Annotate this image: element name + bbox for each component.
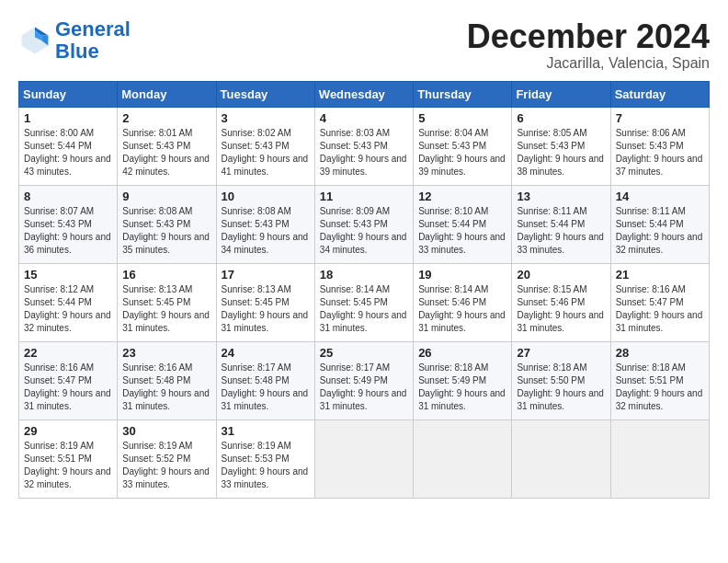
cell-content: Sunrise: 8:14 AM Sunset: 5:45 PM Dayligh… <box>320 283 408 335</box>
cell-content: Sunrise: 8:15 AM Sunset: 5:46 PM Dayligh… <box>517 283 605 335</box>
header-row: SundayMondayTuesdayWednesdayThursdayFrid… <box>19 81 710 107</box>
cell-content: Sunrise: 8:11 AM Sunset: 5:44 PM Dayligh… <box>517 205 605 257</box>
cell-content: Sunrise: 8:10 AM Sunset: 5:44 PM Dayligh… <box>418 205 506 257</box>
day-number: 6 <box>517 111 605 125</box>
day-header-friday: Friday <box>512 81 610 107</box>
cell-content: Sunrise: 8:12 AM Sunset: 5:44 PM Dayligh… <box>24 283 112 335</box>
day-number: 7 <box>616 111 704 125</box>
day-number: 16 <box>122 268 210 282</box>
calendar-cell: 24 Sunrise: 8:17 AM Sunset: 5:48 PM Dayl… <box>216 341 314 419</box>
calendar-cell: 19 Sunrise: 8:14 AM Sunset: 5:46 PM Dayl… <box>414 263 512 341</box>
location-title: Jacarilla, Valencia, Spain <box>467 55 710 72</box>
cell-content: Sunrise: 8:07 AM Sunset: 5:43 PM Dayligh… <box>24 205 112 257</box>
day-header-sunday: Sunday <box>19 81 118 107</box>
cell-content: Sunrise: 8:08 AM Sunset: 5:43 PM Dayligh… <box>222 205 310 257</box>
cell-content: Sunrise: 8:16 AM Sunset: 5:48 PM Dayligh… <box>122 362 210 413</box>
day-number: 21 <box>616 268 704 282</box>
calendar-cell: 28 Sunrise: 8:18 AM Sunset: 5:51 PM Dayl… <box>610 341 709 419</box>
calendar-cell: 23 Sunrise: 8:16 AM Sunset: 5:48 PM Dayl… <box>118 341 216 419</box>
cell-content: Sunrise: 8:19 AM Sunset: 5:52 PM Dayligh… <box>122 440 210 491</box>
cell-content: Sunrise: 8:18 AM Sunset: 5:50 PM Dayligh… <box>517 362 605 413</box>
calendar-cell: 3 Sunrise: 8:02 AM Sunset: 5:43 PM Dayli… <box>216 107 314 185</box>
calendar-cell: 15 Sunrise: 8:12 AM Sunset: 5:44 PM Dayl… <box>19 263 118 341</box>
day-number: 29 <box>24 424 112 438</box>
calendar-cell: 16 Sunrise: 8:13 AM Sunset: 5:45 PM Dayl… <box>118 263 216 341</box>
calendar-cell: 29 Sunrise: 8:19 AM Sunset: 5:51 PM Dayl… <box>19 419 118 498</box>
day-number: 31 <box>222 424 310 438</box>
calendar-cell: 6 Sunrise: 8:05 AM Sunset: 5:43 PM Dayli… <box>512 107 610 185</box>
cell-content: Sunrise: 8:01 AM Sunset: 5:43 PM Dayligh… <box>122 127 210 178</box>
calendar-cell: 4 Sunrise: 8:03 AM Sunset: 5:43 PM Dayli… <box>314 107 413 185</box>
cell-content: Sunrise: 8:17 AM Sunset: 5:49 PM Dayligh… <box>320 362 408 413</box>
calendar-cell: 25 Sunrise: 8:17 AM Sunset: 5:49 PM Dayl… <box>314 341 413 419</box>
cell-content: Sunrise: 8:18 AM Sunset: 5:51 PM Dayligh… <box>616 362 704 413</box>
day-number: 22 <box>24 346 112 360</box>
day-number: 23 <box>122 346 210 360</box>
cell-content: Sunrise: 8:02 AM Sunset: 5:43 PM Dayligh… <box>222 127 310 178</box>
day-number: 27 <box>517 346 605 360</box>
day-number: 25 <box>320 346 408 360</box>
calendar-cell: 26 Sunrise: 8:18 AM Sunset: 5:49 PM Dayl… <box>414 341 512 419</box>
day-header-saturday: Saturday <box>610 81 709 107</box>
day-number: 4 <box>320 111 408 125</box>
day-header-tuesday: Tuesday <box>216 81 314 107</box>
calendar-table: SundayMondayTuesdayWednesdayThursdayFrid… <box>18 81 710 499</box>
cell-content: Sunrise: 8:19 AM Sunset: 5:51 PM Dayligh… <box>24 440 112 491</box>
day-number: 2 <box>122 111 210 125</box>
cell-content: Sunrise: 8:18 AM Sunset: 5:49 PM Dayligh… <box>418 362 506 413</box>
logo: General Blue <box>18 18 131 63</box>
day-number: 15 <box>24 268 112 282</box>
calendar-cell: 30 Sunrise: 8:19 AM Sunset: 5:52 PM Dayl… <box>118 419 216 498</box>
day-number: 26 <box>418 346 506 360</box>
calendar-cell: 7 Sunrise: 8:06 AM Sunset: 5:43 PM Dayli… <box>610 107 709 185</box>
cell-content: Sunrise: 8:14 AM Sunset: 5:46 PM Dayligh… <box>418 283 506 335</box>
day-number: 1 <box>24 111 112 125</box>
day-number: 10 <box>222 190 310 203</box>
calendar-cell: 1 Sunrise: 8:00 AM Sunset: 5:44 PM Dayli… <box>19 107 118 185</box>
logo-text: General Blue <box>55 18 131 63</box>
calendar-cell: 31 Sunrise: 8:19 AM Sunset: 5:53 PM Dayl… <box>216 419 314 498</box>
day-number: 14 <box>616 190 704 203</box>
day-number: 3 <box>222 111 310 125</box>
day-number: 20 <box>517 268 605 282</box>
day-header-monday: Monday <box>118 81 216 107</box>
day-number: 19 <box>418 268 506 282</box>
calendar-cell <box>314 419 413 498</box>
calendar-cell: 14 Sunrise: 8:11 AM Sunset: 5:44 PM Dayl… <box>610 185 709 263</box>
day-number: 17 <box>222 268 310 282</box>
day-number: 24 <box>222 346 310 360</box>
calendar-week-3: 15 Sunrise: 8:12 AM Sunset: 5:44 PM Dayl… <box>19 263 710 341</box>
cell-content: Sunrise: 8:06 AM Sunset: 5:43 PM Dayligh… <box>616 127 704 178</box>
cell-content: Sunrise: 8:13 AM Sunset: 5:45 PM Dayligh… <box>222 283 310 335</box>
day-number: 28 <box>616 346 704 360</box>
day-number: 9 <box>122 190 210 203</box>
cell-content: Sunrise: 8:08 AM Sunset: 5:43 PM Dayligh… <box>122 205 210 257</box>
calendar-week-5: 29 Sunrise: 8:19 AM Sunset: 5:51 PM Dayl… <box>19 419 710 498</box>
calendar-cell: 21 Sunrise: 8:16 AM Sunset: 5:47 PM Dayl… <box>610 263 709 341</box>
calendar-cell: 20 Sunrise: 8:15 AM Sunset: 5:46 PM Dayl… <box>512 263 610 341</box>
day-number: 30 <box>122 424 210 438</box>
calendar-cell: 18 Sunrise: 8:14 AM Sunset: 5:45 PM Dayl… <box>314 263 413 341</box>
calendar-cell <box>610 419 709 498</box>
calendar-cell: 13 Sunrise: 8:11 AM Sunset: 5:44 PM Dayl… <box>512 185 610 263</box>
calendar-cell: 8 Sunrise: 8:07 AM Sunset: 5:43 PM Dayli… <box>19 185 118 263</box>
calendar-cell: 22 Sunrise: 8:16 AM Sunset: 5:47 PM Dayl… <box>19 341 118 419</box>
day-header-thursday: Thursday <box>414 81 512 107</box>
cell-content: Sunrise: 8:16 AM Sunset: 5:47 PM Dayligh… <box>616 283 704 335</box>
day-number: 8 <box>24 190 112 203</box>
cell-content: Sunrise: 8:04 AM Sunset: 5:43 PM Dayligh… <box>418 127 506 178</box>
calendar-cell <box>512 419 610 498</box>
calendar-cell: 10 Sunrise: 8:08 AM Sunset: 5:43 PM Dayl… <box>216 185 314 263</box>
logo-icon <box>18 24 51 57</box>
calendar-cell: 12 Sunrise: 8:10 AM Sunset: 5:44 PM Dayl… <box>414 185 512 263</box>
cell-content: Sunrise: 8:13 AM Sunset: 5:45 PM Dayligh… <box>122 283 210 335</box>
cell-content: Sunrise: 8:16 AM Sunset: 5:47 PM Dayligh… <box>24 362 112 413</box>
day-number: 5 <box>418 111 506 125</box>
day-number: 18 <box>320 268 408 282</box>
calendar-week-4: 22 Sunrise: 8:16 AM Sunset: 5:47 PM Dayl… <box>19 341 710 419</box>
cell-content: Sunrise: 8:19 AM Sunset: 5:53 PM Dayligh… <box>222 440 310 491</box>
cell-content: Sunrise: 8:11 AM Sunset: 5:44 PM Dayligh… <box>616 205 704 257</box>
page-header: General Blue December 2024 Jacarilla, Va… <box>18 18 710 72</box>
calendar-cell <box>414 419 512 498</box>
cell-content: Sunrise: 8:09 AM Sunset: 5:43 PM Dayligh… <box>320 205 408 257</box>
